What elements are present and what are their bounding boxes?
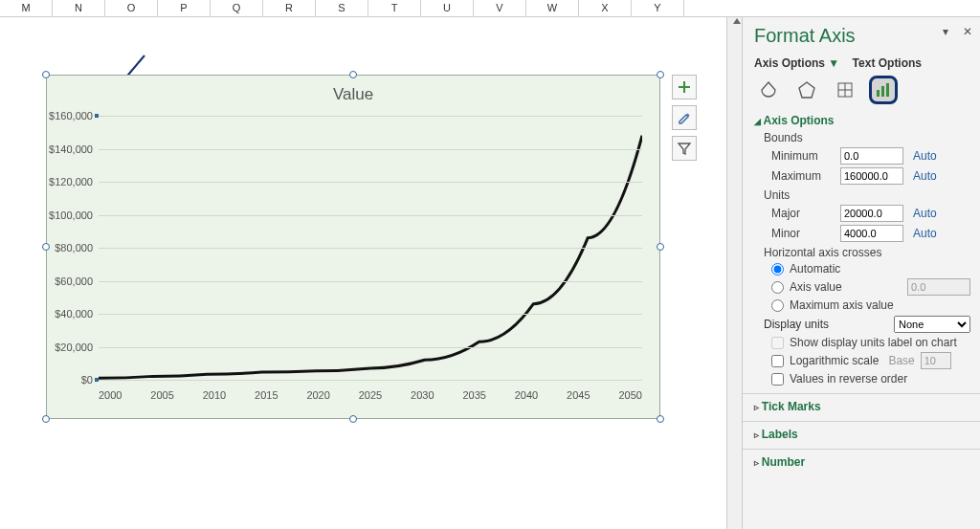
y-tick-label: $160,000 bbox=[49, 110, 93, 121]
y-tick-label: $40,000 bbox=[55, 308, 93, 320]
chk-show-du-label bbox=[771, 337, 784, 349]
section-number[interactable]: Number bbox=[754, 455, 970, 469]
label-minimum: Minimum bbox=[771, 149, 835, 163]
section-tick-marks[interactable]: Tick Marks bbox=[754, 400, 970, 413]
col-header[interactable]: W bbox=[526, 0, 579, 16]
reset-minimum[interactable]: Auto bbox=[913, 149, 937, 163]
label-minor: Minor bbox=[771, 227, 835, 240]
svg-rect-6 bbox=[881, 86, 884, 97]
y-tick-label: $60,000 bbox=[55, 276, 93, 287]
chart-element-tools bbox=[672, 75, 697, 166]
label-cross-max: Maximum axis value bbox=[790, 298, 894, 312]
label-bounds: Bounds bbox=[764, 131, 970, 144]
col-header[interactable]: Q bbox=[211, 0, 263, 16]
label-log-base: Base bbox=[888, 354, 914, 367]
chart-style-button[interactable] bbox=[672, 105, 697, 130]
y-tick-label: $140,000 bbox=[49, 143, 93, 155]
section-axis-options[interactable]: Axis Options bbox=[754, 114, 970, 127]
chart-object[interactable]: Value $0$20,000$40,000$60,000$80,000$100… bbox=[46, 75, 660, 419]
pane-close-icon[interactable]: ✕ bbox=[963, 25, 972, 38]
col-header[interactable]: M bbox=[0, 0, 53, 16]
input-cross-value bbox=[907, 278, 970, 296]
x-tick-label: 2000 bbox=[99, 389, 122, 401]
tab-axis-options[interactable]: Axis Options ▼ bbox=[754, 56, 839, 70]
radio-cross-auto[interactable] bbox=[771, 263, 784, 276]
label-hcross: Horizontal axis crosses bbox=[764, 246, 970, 259]
input-major[interactable] bbox=[840, 205, 903, 222]
radio-cross-max[interactable] bbox=[771, 299, 784, 312]
svg-rect-7 bbox=[886, 83, 889, 97]
chk-log-scale[interactable] bbox=[771, 355, 784, 367]
y-tick-label: $100,000 bbox=[49, 209, 93, 221]
col-header[interactable]: U bbox=[421, 0, 474, 16]
select-display-units[interactable]: None bbox=[894, 316, 970, 333]
plot-area[interactable]: $0$20,000$40,000$60,000$80,000$100,000$1… bbox=[99, 116, 642, 380]
label-reverse: Values in reverse order bbox=[790, 372, 907, 386]
chk-reverse[interactable] bbox=[771, 373, 784, 386]
radio-cross-value[interactable] bbox=[771, 281, 784, 294]
axis-options-icon[interactable] bbox=[869, 76, 898, 104]
worksheet-canvas[interactable]: Value $0$20,000$40,000$60,000$80,000$100… bbox=[0, 17, 727, 529]
x-tick-label: 2030 bbox=[411, 389, 434, 401]
chart-add-element-button[interactable] bbox=[672, 75, 697, 99]
col-header[interactable]: S bbox=[316, 0, 368, 16]
label-log-scale: Logarithmic scale bbox=[790, 354, 879, 367]
pane-options-icon[interactable]: ▾ bbox=[943, 25, 948, 38]
col-header[interactable]: R bbox=[263, 0, 316, 16]
x-tick-label: 2035 bbox=[462, 389, 485, 401]
y-tick-label: $0 bbox=[81, 374, 93, 386]
x-tick-label: 2005 bbox=[150, 389, 173, 401]
x-tick-label: 2020 bbox=[306, 389, 329, 401]
label-cross-value: Axis value bbox=[790, 280, 842, 294]
tab-text-options[interactable]: Text Options bbox=[853, 56, 922, 70]
input-log-base bbox=[921, 352, 951, 369]
effects-icon[interactable] bbox=[792, 76, 821, 104]
x-tick-label: 2015 bbox=[255, 389, 278, 401]
label-major: Major bbox=[771, 207, 835, 220]
col-header[interactable]: V bbox=[474, 0, 526, 16]
col-header[interactable]: N bbox=[53, 0, 105, 16]
label-display-units: Display units bbox=[764, 318, 829, 331]
col-header[interactable]: T bbox=[368, 0, 421, 16]
input-minimum[interactable] bbox=[840, 147, 903, 165]
chart-filter-button[interactable] bbox=[672, 136, 697, 161]
format-axis-pane: ▾ ✕ Format Axis Axis Options ▼ Text Opti… bbox=[743, 17, 980, 529]
x-tick-label: 2010 bbox=[203, 389, 226, 401]
col-header[interactable]: P bbox=[158, 0, 211, 16]
col-header[interactable]: X bbox=[579, 0, 632, 16]
y-tick-label: $120,000 bbox=[49, 176, 93, 187]
x-tick-label: 2025 bbox=[359, 389, 382, 401]
size-properties-icon[interactable] bbox=[831, 76, 859, 104]
y-tick-label: $80,000 bbox=[55, 242, 93, 253]
reset-major[interactable]: Auto bbox=[913, 207, 937, 220]
section-labels[interactable]: Labels bbox=[754, 428, 970, 441]
col-header[interactable]: Y bbox=[632, 0, 684, 16]
reset-minor[interactable]: Auto bbox=[913, 227, 937, 240]
input-minor[interactable] bbox=[840, 225, 903, 242]
label-show-du: Show display units label on chart bbox=[790, 336, 957, 349]
y-tick-label: $20,000 bbox=[55, 342, 93, 353]
svg-rect-5 bbox=[877, 90, 880, 97]
label-maximum: Maximum bbox=[771, 169, 835, 183]
label-cross-auto: Automatic bbox=[790, 262, 840, 276]
chart-title[interactable]: Value bbox=[47, 85, 659, 104]
reset-maximum[interactable]: Auto bbox=[913, 169, 937, 183]
col-header[interactable]: O bbox=[105, 0, 158, 16]
input-maximum[interactable] bbox=[840, 167, 903, 185]
x-tick-label: 2050 bbox=[618, 389, 641, 401]
column-header-row: M N O P Q R S T U V W X Y bbox=[0, 0, 980, 17]
x-tick-label: 2040 bbox=[515, 389, 538, 401]
vertical-scrollbar[interactable] bbox=[727, 17, 743, 529]
x-axis-ticks: 2000200520102015202020252030203520402045… bbox=[99, 389, 642, 401]
svg-marker-1 bbox=[799, 82, 814, 98]
x-tick-label: 2045 bbox=[567, 389, 590, 401]
label-units: Units bbox=[764, 188, 970, 202]
fill-line-icon[interactable] bbox=[754, 76, 783, 104]
